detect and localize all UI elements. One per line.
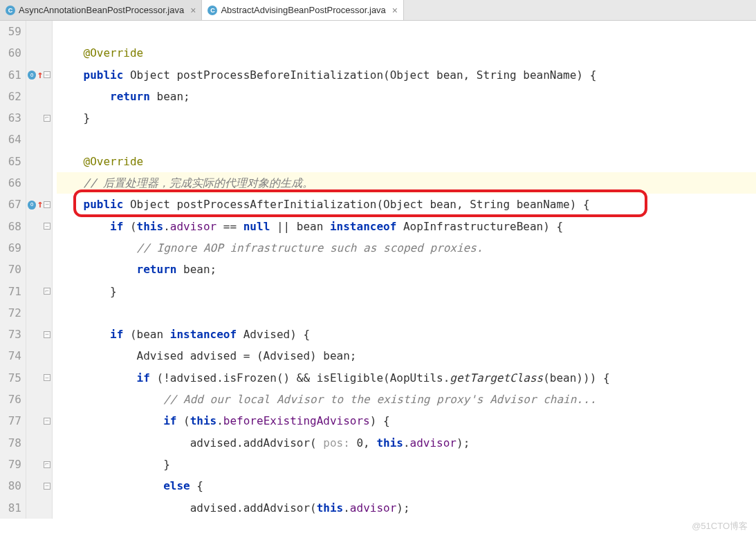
fold-open-icon[interactable]: − [44,418,50,425]
override-icon[interactable]: o [28,201,36,210]
line-number: 77 [0,410,21,432]
code-line: } [57,454,756,475]
marker-cell [26,345,52,367]
marker-cell: ⌐ [26,107,52,129]
line-number: 74 [0,345,21,367]
code-line: Advised advised = (Advised) bean; [57,345,756,367]
line-number: 66 [0,172,21,194]
marker-gutter: o↑−⌐o↑−−⌐−−−⌐− [26,21,53,519]
line-number: 64 [0,129,21,150]
fold-open-icon[interactable]: − [44,331,50,338]
marker-cell [26,432,52,454]
arrow-up-icon: ↑ [37,194,43,215]
fold-close-icon[interactable]: ⌐ [44,288,50,295]
code-line: // Ignore AOP infrastructure such as sco… [57,237,756,259]
fold-open-icon[interactable]: − [44,374,50,381]
code-line [57,129,756,150]
code-line: advised.addAdvisor( pos: 0, this.advisor… [57,432,756,454]
code-line: // Add our local Advisor to the existing… [57,389,756,410]
code-line: if (bean instanceof Advised) { [57,324,756,345]
java-class-icon: C [208,6,217,15]
code-line: } [57,107,756,129]
marker-cell: o↑− [26,194,52,215]
marker-cell: o↑− [26,64,52,86]
code-line [57,302,756,324]
arrow-up-icon: ↑ [37,64,43,86]
code-line: advised.addAdvisor(this.advisor); [57,497,756,519]
marker-cell: ⌐ [26,281,52,302]
code-line: // 后置处理器，完成实际的代理对象的生成。 [57,172,756,194]
fold-open-icon[interactable]: − [44,71,50,78]
fold-open-icon[interactable]: − [44,201,50,208]
code-line [57,21,756,42]
marker-cell [26,497,52,519]
line-number: 73 [0,324,21,345]
code-line: public Object postProcessBeforeInitializ… [57,64,756,86]
line-number: 68 [0,216,21,237]
code-line: if (this.beforeExistingAdvisors) { [57,410,756,432]
fold-open-icon[interactable]: − [44,223,50,230]
code-line: else { [57,475,756,497]
marker-cell: − [26,324,52,345]
line-number: 80 [0,475,21,497]
marker-cell: − [26,410,52,432]
marker-cell: − [26,367,52,389]
tabs-bar: C AsyncAnnotationBeanPostProcessor.java … [0,0,756,21]
code-area[interactable]: @Override public Object postProcessBefor… [53,21,756,519]
override-icon[interactable]: o [28,71,36,80]
marker-cell: − [26,475,52,497]
marker-cell: ⌐ [26,454,52,475]
code-line: return bean; [57,259,756,280]
line-number: 63 [0,107,21,129]
line-number: 79 [0,454,21,475]
line-number: 59 [0,21,21,42]
fold-close-icon[interactable]: ⌐ [44,461,50,468]
java-class-icon: C [6,6,15,15]
line-number: 61 [0,64,21,86]
tab-label: AsyncAnnotationBeanPostProcessor.java [19,5,184,15]
line-number: 65 [0,151,21,172]
code-line: return bean; [57,86,756,107]
marker-cell [26,42,52,64]
tab-async-annotation[interactable]: C AsyncAnnotationBeanPostProcessor.java … [0,0,202,20]
line-number: 60 [0,42,21,64]
line-number-gutter: 5960616263646566676869707172737475767778… [0,21,26,519]
tab-label: AbstractAdvisingBeanPostProcessor.java [221,5,385,15]
line-number: 81 [0,497,21,519]
marker-cell [26,129,52,150]
marker-cell [26,302,52,324]
marker-cell: − [26,216,52,237]
marker-cell [26,259,52,280]
marker-cell [26,151,52,172]
line-number: 70 [0,259,21,280]
code-line: if (!advised.isFrozen() && isEligible(Ao… [57,367,756,389]
fold-open-icon[interactable]: − [44,483,50,490]
line-number: 78 [0,432,21,454]
marker-cell [26,172,52,194]
line-number: 71 [0,281,21,302]
marker-cell [26,21,52,42]
line-number: 75 [0,367,21,389]
marker-cell [26,86,52,107]
tab-abstract-advising[interactable]: C AbstractAdvisingBeanPostProcessor.java… [202,0,404,20]
line-number: 62 [0,86,21,107]
line-number: 72 [0,302,21,324]
line-number: 67 [0,194,21,215]
code-line: @Override [57,151,756,172]
close-icon[interactable]: × [389,5,398,16]
marker-cell [26,389,52,410]
line-number: 76 [0,389,21,410]
close-icon[interactable]: × [187,5,196,16]
fold-close-icon[interactable]: ⌐ [44,115,50,122]
code-line: } [57,281,756,302]
code-line: public Object postProcessAfterInitializa… [57,194,756,215]
code-editor: 5960616263646566676869707172737475767778… [0,21,756,519]
marker-cell [26,237,52,259]
code-line: @Override [57,42,756,64]
line-number: 69 [0,237,21,259]
code-line: if (this.advisor == null || bean instanc… [57,216,756,237]
